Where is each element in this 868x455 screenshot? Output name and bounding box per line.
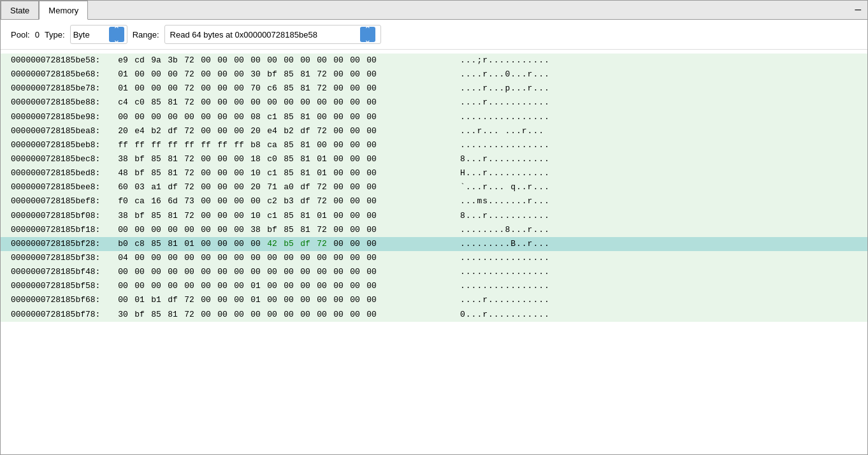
hex-byte: 85 <box>282 153 296 166</box>
hex-byte: df <box>166 125 180 138</box>
hex-byte: 00 <box>365 82 379 95</box>
pool-value: 0 <box>35 30 40 40</box>
hex-byte: 72 <box>182 210 196 222</box>
hex-byte: 00 <box>215 181 229 194</box>
hex-byte: 00 <box>365 195 379 208</box>
hex-byte: 81 <box>298 153 312 166</box>
hex-byte: a1 <box>149 181 163 194</box>
title-bar: State Memory — <box>1 1 867 20</box>
hex-byte: 00 <box>282 252 296 264</box>
hex-address: 0000000728185bf28: <box>11 238 116 250</box>
range-input[interactable]: Read 64 bytes at 0x000000728185be58 ⌃⌄ <box>164 25 381 44</box>
hex-address: 0000000728185bf58: <box>11 280 116 292</box>
hex-byte: 71 <box>265 181 279 194</box>
minimize-button[interactable]: — <box>848 1 867 19</box>
hex-byte: 00 <box>348 54 362 67</box>
hex-byte: 00 <box>265 308 279 321</box>
hex-byte: 70 <box>249 82 263 95</box>
hex-byte: 00 <box>282 280 296 292</box>
hex-row: 0000000728185bef8:f0ca166d7300000000c2b3… <box>1 194 867 208</box>
hex-byte: 00 <box>232 238 246 250</box>
hex-byte: bf <box>265 68 279 81</box>
hex-byte: 00 <box>315 266 329 278</box>
hex-ascii: 0...r........... <box>460 308 550 321</box>
tab-state[interactable]: State <box>1 1 39 19</box>
hex-byte: ff <box>116 139 130 152</box>
hex-byte: 00 <box>331 210 345 222</box>
hex-byte: 00 <box>149 266 163 278</box>
hex-byte: 10 <box>249 210 263 222</box>
hex-row: 0000000728185be68:010000007200000030bf85… <box>1 68 867 82</box>
hex-byte: 00 <box>232 210 246 222</box>
hex-bytes: 38bf85817200000010c1858101000000 <box>116 210 447 222</box>
type-spinner[interactable]: ⌃⌄ <box>109 27 124 42</box>
hex-byte: 00 <box>348 82 362 95</box>
hex-address: 0000000728185bf18: <box>11 224 116 236</box>
hex-byte: 00 <box>215 111 229 124</box>
hex-byte: 6d <box>166 195 180 208</box>
hex-byte: 00 <box>298 266 312 278</box>
hex-byte: 00 <box>298 252 312 264</box>
hex-ascii: ................ <box>460 139 550 152</box>
hex-byte: a0 <box>282 181 296 194</box>
hex-byte: 72 <box>315 238 329 250</box>
hex-byte: 00 <box>215 252 229 264</box>
hex-byte: c8 <box>133 238 147 250</box>
hex-byte: bf <box>133 210 147 222</box>
hex-byte: 00 <box>331 294 345 307</box>
hex-byte: 00 <box>282 266 296 278</box>
hex-byte: 00 <box>182 280 196 292</box>
hex-byte: 00 <box>365 54 379 67</box>
hex-byte: ff <box>232 139 246 152</box>
hex-byte: 18 <box>249 153 263 166</box>
hex-byte: 3b <box>166 54 180 67</box>
hex-byte: 00 <box>249 266 263 278</box>
hex-byte: 00 <box>265 96 279 109</box>
hex-address: 0000000728185be58: <box>11 54 116 67</box>
hex-byte: 00 <box>215 195 229 208</box>
hex-ascii: ...;r........... <box>460 54 550 67</box>
range-spinner[interactable]: ⌃⌄ <box>360 27 375 42</box>
hex-byte: c1 <box>265 210 279 222</box>
hex-byte: 00 <box>315 54 329 67</box>
hex-byte: 00 <box>166 280 180 292</box>
hex-byte: 00 <box>265 266 279 278</box>
hex-byte: 00 <box>249 308 263 321</box>
hex-byte: b5 <box>282 238 296 250</box>
hex-byte: 00 <box>265 252 279 264</box>
hex-byte: ca <box>265 139 279 152</box>
tab-memory[interactable]: Memory <box>39 1 88 20</box>
hex-byte: 00 <box>331 266 345 278</box>
hex-byte: 00 <box>365 111 379 124</box>
hex-byte: 72 <box>182 96 196 109</box>
hex-byte: 00 <box>199 111 213 124</box>
hex-byte: 00 <box>116 224 130 236</box>
hex-ascii: ................ <box>460 266 550 278</box>
hex-byte: 20 <box>116 125 130 138</box>
type-select-value: Byte <box>73 30 90 40</box>
hex-byte: 00 <box>331 181 345 194</box>
hex-ascii: ....r...p...r... <box>460 82 550 95</box>
hex-byte: 00 <box>298 280 312 292</box>
hex-byte: 00 <box>149 82 163 95</box>
hex-byte: b2 <box>282 125 296 138</box>
hex-byte: 85 <box>149 153 163 166</box>
hex-byte: 38 <box>116 153 130 166</box>
hex-byte: 00 <box>265 294 279 307</box>
hex-byte: 00 <box>149 111 163 124</box>
hex-byte: 00 <box>365 294 379 307</box>
hex-byte: 00 <box>365 181 379 194</box>
hex-byte: 00 <box>215 54 229 67</box>
hex-row: 0000000728185bf28:b0c88581010000000042b5… <box>1 237 867 251</box>
hex-byte: 85 <box>149 238 163 250</box>
hex-byte: 00 <box>348 308 362 321</box>
hex-bytes: 00000000000000000100000000000000 <box>116 280 447 292</box>
hex-byte: 00 <box>249 195 263 208</box>
hex-row: 0000000728185bee8:6003a1df720000002071a0… <box>1 180 867 194</box>
hex-byte: 00 <box>166 68 180 81</box>
type-select[interactable]: Byte ⌃⌄ <box>70 25 127 44</box>
hex-byte: 00 <box>232 308 246 321</box>
hex-byte: 00 <box>365 167 379 180</box>
hex-byte: 00 <box>348 238 362 250</box>
hex-byte: 72 <box>315 195 329 208</box>
